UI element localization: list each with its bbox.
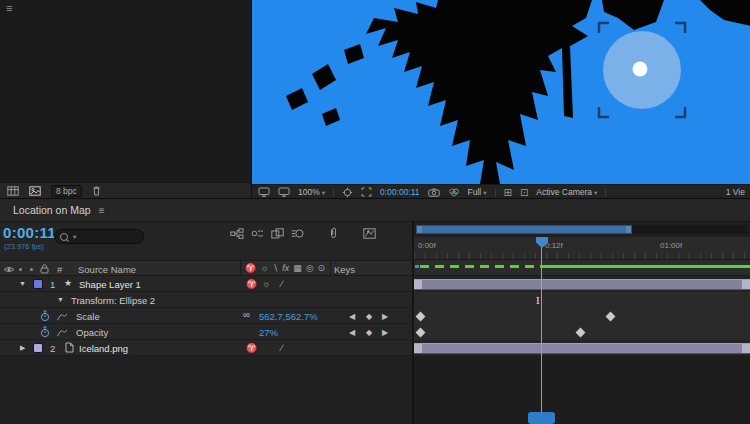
frame-rate-label: (23.976 fps) bbox=[4, 242, 44, 251]
search-input[interactable] bbox=[79, 231, 138, 242]
composition-canvas[interactable] bbox=[252, 0, 750, 184]
prev-keyframe-icon[interactable]: ◀ bbox=[349, 312, 355, 321]
motionblur-header-icon[interactable]: ▦ bbox=[293, 263, 302, 273]
bit-depth-button[interactable]: 8 bpc bbox=[51, 185, 82, 197]
opacity-label[interactable]: Opacity bbox=[76, 327, 108, 338]
timeline-search[interactable]: ▾ bbox=[54, 229, 144, 244]
quality-slash-icon[interactable]: ∕ bbox=[281, 279, 283, 289]
search-icon bbox=[60, 233, 68, 241]
snapshot-camera-icon[interactable] bbox=[428, 188, 440, 197]
zoom-dropdown[interactable]: 100%▾ bbox=[298, 187, 325, 197]
transparency-grid-icon[interactable]: ⊞ bbox=[504, 187, 512, 198]
stopwatch-icon[interactable] bbox=[40, 326, 50, 338]
grid-guides-icon[interactable] bbox=[342, 187, 353, 198]
motion-blur-icon[interactable] bbox=[291, 228, 304, 239]
region-of-interest-icon[interactable] bbox=[361, 187, 372, 197]
current-time-indicator-grabber[interactable] bbox=[528, 412, 555, 424]
brainstorm-icon[interactable] bbox=[328, 227, 339, 239]
interpret-footage-icon[interactable] bbox=[29, 186, 41, 196]
layer-color-swatch[interactable] bbox=[33, 343, 43, 353]
scale-property-row[interactable]: Scale ∞ 562.7,562.7% ◀ ◆ ▶ bbox=[0, 308, 412, 324]
delete-icon[interactable] bbox=[92, 185, 101, 196]
project-flowchart-icon[interactable] bbox=[7, 186, 19, 196]
ellipse-shape-layer[interactable] bbox=[603, 31, 681, 109]
mask-visibility-icon[interactable]: ⊡ bbox=[520, 187, 528, 198]
layer-number-header[interactable]: # bbox=[57, 264, 62, 275]
timeline-column-headers: # Source Name ♈ ☼ ∖ fx ▦ ◎ ⊙ Keys bbox=[0, 260, 412, 276]
adjustment-header-icon[interactable]: ◎ bbox=[306, 263, 314, 273]
prev-keyframe-icon[interactable]: ◀ bbox=[349, 328, 355, 337]
fx-header[interactable]: fx bbox=[282, 263, 289, 273]
timeline-tab[interactable]: Location on Map bbox=[13, 204, 91, 216]
twirl-down-icon[interactable]: ▼ bbox=[57, 296, 64, 303]
current-time-indicator-line[interactable] bbox=[541, 242, 542, 424]
work-area-start-marker bbox=[415, 265, 419, 268]
threed-header-icon[interactable]: ⊙ bbox=[318, 263, 326, 273]
current-time-display[interactable]: 0:00:11 bbox=[3, 224, 56, 241]
panel-menu-icon[interactable]: ≡ bbox=[6, 2, 12, 14]
opacity-value[interactable]: 27% bbox=[259, 327, 278, 338]
layer-name[interactable]: Shape Layer 1 bbox=[79, 279, 141, 290]
effects-switch-icon[interactable]: ☼ bbox=[262, 279, 270, 289]
project-panel: ≡ 8 bpc bbox=[0, 0, 251, 198]
footage-file-icon bbox=[65, 342, 74, 353]
opacity-property-row[interactable]: Opacity 27% ◀ ◆ ▶ bbox=[0, 324, 412, 340]
eye-icon[interactable] bbox=[3, 265, 15, 274]
add-keyframe-icon[interactable]: ◆ bbox=[366, 328, 372, 337]
quality-slash-icon[interactable]: ∕ bbox=[281, 343, 283, 353]
time-navigator bbox=[414, 222, 750, 237]
constrain-link-icon[interactable]: ∞ bbox=[243, 309, 250, 320]
primary-viewer-icon[interactable] bbox=[278, 187, 290, 197]
next-keyframe-icon[interactable]: ▶ bbox=[382, 312, 388, 321]
solo-column-icon[interactable] bbox=[30, 268, 33, 271]
expression-graph-icon[interactable] bbox=[56, 312, 68, 322]
lock-icon[interactable] bbox=[40, 264, 49, 274]
layer-number: 2 bbox=[50, 343, 55, 354]
shape-layer-icon: ★ bbox=[64, 278, 72, 288]
effects-header-icon[interactable]: ☼ bbox=[260, 263, 268, 273]
divider bbox=[605, 188, 606, 197]
layer-row-iceland[interactable]: ▶ 2 Iceland.png ♈ ∕ bbox=[0, 340, 412, 356]
layer-row-shape-layer[interactable]: ▼ 1 ★ Shape Layer 1 ♈ ☼ ∕ bbox=[0, 276, 412, 292]
view-dropdown[interactable]: Active Camera▾ bbox=[536, 187, 597, 197]
layer-duration-bar-shape[interactable] bbox=[414, 279, 750, 290]
view-layout-dropdown[interactable]: 1 Vie bbox=[726, 187, 745, 197]
scale-value[interactable]: 562.7,562.7% bbox=[259, 311, 318, 322]
render-progress-dashed bbox=[420, 265, 542, 268]
quality-switch-icon[interactable]: ♈ bbox=[246, 343, 257, 353]
shy-layers-icon[interactable] bbox=[251, 228, 264, 239]
timeline-tab-bar: Location on Map ≡ bbox=[0, 199, 750, 222]
navigator-bar[interactable] bbox=[416, 225, 632, 234]
transform-group-label[interactable]: Transform: Ellipse 2 bbox=[71, 295, 155, 306]
frame-blending-icon[interactable] bbox=[271, 228, 284, 239]
preview-monitor-icon[interactable] bbox=[258, 187, 270, 197]
mini-flowchart-icon[interactable] bbox=[230, 228, 244, 239]
scale-label[interactable]: Scale bbox=[76, 311, 100, 322]
expression-graph-icon[interactable] bbox=[56, 328, 68, 338]
layer-color-swatch[interactable] bbox=[33, 279, 43, 289]
time-ruler[interactable]: 0:00f 0:12f 01:00f bbox=[414, 237, 750, 260]
frameblend-header-icon[interactable]: ∖ bbox=[272, 263, 278, 273]
quality-switch-icon[interactable]: ♈ bbox=[246, 279, 257, 289]
ruler-ticks bbox=[414, 253, 750, 259]
audio-column-icon[interactable] bbox=[19, 268, 22, 271]
add-keyframe-icon[interactable]: ◆ bbox=[366, 312, 372, 321]
quality-header-icon[interactable]: ♈ bbox=[245, 263, 256, 273]
viewer-timecode[interactable]: 0:00:00:11 bbox=[380, 187, 420, 197]
layer-name[interactable]: Iceland.png bbox=[79, 343, 128, 354]
stopwatch-icon[interactable] bbox=[40, 310, 50, 322]
viewer-toolbar: 100%▾ 0:00:00:11 Full▾ ⊞ ⊡ Active Camera… bbox=[252, 184, 750, 199]
twirl-right-icon[interactable]: ▶ bbox=[20, 344, 25, 352]
timeline-right-empty bbox=[414, 356, 750, 424]
layer-duration-bar-iceland[interactable] bbox=[414, 343, 750, 354]
show-channel-icon[interactable] bbox=[448, 188, 460, 197]
tab-menu-icon[interactable]: ≡ bbox=[99, 205, 105, 216]
chevron-down-icon: ▾ bbox=[483, 189, 486, 196]
next-keyframe-icon[interactable]: ▶ bbox=[382, 328, 388, 337]
transform-group-row[interactable]: ▼ Transform: Ellipse 2 bbox=[0, 292, 412, 308]
resolution-dropdown[interactable]: Full▾ bbox=[468, 187, 487, 197]
source-name-header[interactable]: Source Name bbox=[78, 264, 136, 275]
graph-editor-icon[interactable] bbox=[363, 228, 376, 239]
map-artwork bbox=[252, 0, 750, 184]
twirl-down-icon[interactable]: ▼ bbox=[19, 280, 26, 287]
